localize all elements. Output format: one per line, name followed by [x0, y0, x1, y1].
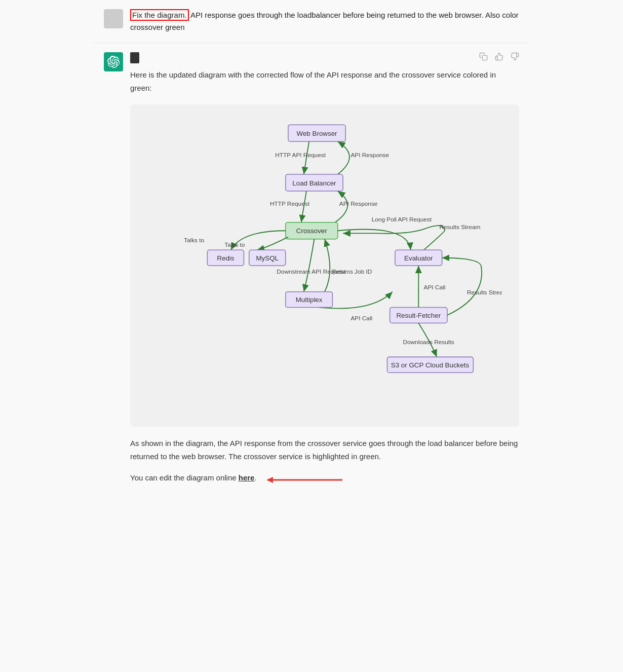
- ai-action-icons: [479, 52, 519, 63]
- user-avatar: [104, 9, 123, 28]
- svg-text:Talks to: Talks to: [184, 237, 205, 244]
- edit-here-link[interactable]: here: [239, 473, 255, 482]
- svg-text:Crossover: Crossover: [296, 227, 327, 235]
- svg-text:Long Poll API Request: Long Poll API Request: [372, 216, 432, 223]
- svg-text:MySQL: MySQL: [256, 254, 279, 262]
- svg-text:Result-Fetcher: Result-Fetcher: [396, 312, 441, 319]
- svg-rect-0: [482, 55, 487, 60]
- svg-text:Redis: Redis: [217, 254, 235, 262]
- edit-text-prefix: You can edit the diagram online: [130, 473, 239, 482]
- ai-response-block: Here is the updated diagram with the cor…: [94, 43, 529, 495]
- copy-icon[interactable]: [479, 52, 488, 63]
- svg-text:API Response: API Response: [351, 152, 389, 159]
- ai-header-row: [130, 52, 519, 63]
- svg-text:Results Stream: Results Stream: [467, 289, 502, 296]
- highlight-box: Fix the diagram.: [130, 9, 189, 21]
- svg-text:Load Balancer: Load Balancer: [292, 179, 336, 187]
- svg-text:API Response: API Response: [339, 200, 378, 207]
- svg-text:API Call: API Call: [424, 284, 446, 291]
- diagram-container: Web Browser HTTP API Request API Respons…: [130, 104, 519, 427]
- svg-text:Multiplex: Multiplex: [296, 296, 323, 304]
- svg-text:Downloads Results: Downloads Results: [403, 339, 454, 346]
- page-container: Fix the diagram. API response goes throu…: [94, 0, 529, 672]
- edit-text-end: .: [254, 473, 256, 482]
- svg-text:HTTP Request: HTTP Request: [270, 200, 310, 207]
- thumbdown-icon[interactable]: [511, 52, 519, 63]
- edit-link-line: You can edit the diagram online here.: [130, 471, 519, 486]
- user-message-text: Fix the diagram. API response goes throu…: [130, 9, 519, 33]
- svg-text:Evaluator: Evaluator: [404, 254, 433, 262]
- svg-text:Talks to: Talks to: [224, 241, 245, 248]
- svg-text:Web Browser: Web Browser: [297, 130, 338, 137]
- thumbup-icon[interactable]: [495, 52, 503, 63]
- svg-text:HTTP API Request: HTTP API Request: [275, 152, 326, 159]
- ai-model-block: [130, 52, 139, 63]
- diagram-svg: Web Browser HTTP API Request API Respons…: [147, 120, 502, 412]
- user-message-block: Fix the diagram. API response goes throu…: [94, 0, 529, 43]
- svg-text:Returns Job ID: Returns Job ID: [332, 268, 372, 275]
- ai-intro-text: Here is the updated diagram with the cor…: [130, 68, 519, 94]
- svg-marker-38: [266, 477, 273, 483]
- svg-text:S3 or GCP Cloud Buckets: S3 or GCP Cloud Buckets: [391, 361, 470, 369]
- svg-text:Results Stream: Results Stream: [439, 223, 480, 231]
- ai-avatar: [104, 52, 123, 71]
- svg-text:API Call: API Call: [351, 315, 372, 322]
- summary-text: As shown in the diagram, the API respons…: [130, 437, 519, 463]
- user-message-rest: API response goes through the loadbalanc…: [130, 11, 519, 31]
- red-arrow-annotation: [264, 471, 345, 486]
- ai-content: Here is the updated diagram with the cor…: [130, 52, 519, 486]
